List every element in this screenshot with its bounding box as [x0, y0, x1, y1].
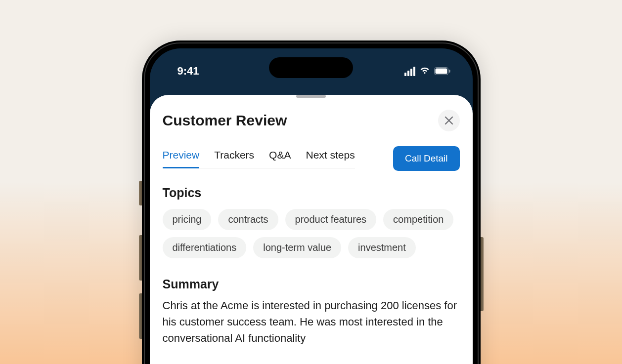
bottom-sheet: Customer Review Preview Trackers Q&A Nex…	[150, 95, 473, 364]
dynamic-island	[269, 57, 353, 78]
close-button[interactable]	[438, 110, 460, 131]
tabs: Preview Trackers Q&A Next steps	[163, 149, 355, 168]
phone-frame: 9:41	[142, 40, 481, 364]
close-icon	[444, 116, 453, 125]
phone-mockup: 9:41	[142, 40, 481, 364]
phone-side-button	[139, 293, 142, 339]
phone-side-button	[481, 237, 484, 311]
topic-chip[interactable]: product features	[285, 209, 377, 230]
topic-chip[interactable]: investment	[348, 237, 416, 258]
phone-side-button	[139, 181, 142, 205]
topic-chip[interactable]: long-term value	[253, 237, 341, 258]
tab-next-steps[interactable]: Next steps	[306, 149, 355, 168]
phone-side-button	[139, 235, 142, 281]
topics-heading: Topics	[163, 186, 460, 200]
tab-row: Preview Trackers Q&A Next steps Call Det…	[163, 146, 460, 171]
sheet-grabber[interactable]	[296, 95, 326, 98]
wifi-icon	[419, 66, 430, 77]
tab-trackers[interactable]: Trackers	[214, 149, 254, 168]
phone-screen: 9:41	[150, 48, 473, 364]
call-detail-button[interactable]: Call Detail	[393, 146, 460, 171]
topic-chip[interactable]: pricing	[163, 209, 212, 230]
sheet-header: Customer Review	[163, 110, 460, 131]
topic-chip[interactable]: competition	[383, 209, 453, 230]
sheet-title: Customer Review	[163, 112, 287, 129]
status-time: 9:41	[172, 65, 199, 78]
status-icons	[404, 66, 451, 77]
topics-chips: pricing contracts product features compe…	[163, 209, 460, 258]
tab-qa[interactable]: Q&A	[269, 149, 291, 168]
cellular-signal-icon	[404, 67, 415, 76]
summary-heading: Summary	[163, 277, 460, 291]
svg-rect-1	[435, 69, 447, 74]
tab-preview[interactable]: Preview	[163, 149, 200, 168]
topic-chip[interactable]: differentiations	[163, 237, 247, 258]
summary-text: Chris at the Acme is interested in purch…	[163, 297, 460, 346]
battery-icon	[434, 67, 451, 75]
topic-chip[interactable]: contracts	[218, 209, 278, 230]
svg-rect-2	[449, 70, 450, 73]
